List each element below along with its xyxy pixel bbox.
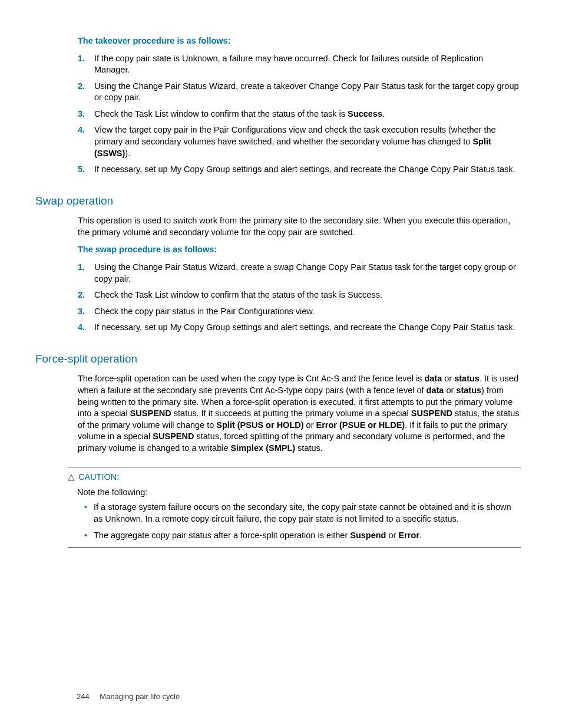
caution-bullets: If a storage system failure occurs on th… bbox=[77, 502, 521, 541]
caution-note: Note the following: bbox=[77, 487, 521, 499]
text: status. If it succeeds at putting the pr… bbox=[171, 409, 411, 418]
bold-text: SUSPEND bbox=[153, 431, 194, 441]
text: ). bbox=[125, 149, 130, 158]
bold-text: Suspend bbox=[350, 531, 386, 540]
list-item: If necessary, set up My Copy Group setti… bbox=[94, 164, 521, 176]
text: . bbox=[419, 531, 422, 540]
list-item: If a storage system failure occurs on th… bbox=[94, 502, 521, 525]
page-number: 244 bbox=[77, 692, 90, 701]
divider bbox=[68, 547, 521, 548]
swap-subheading: The swap procedure is as follows: bbox=[78, 244, 521, 256]
text: The aggregate copy pair status after a f… bbox=[94, 531, 350, 540]
takeover-subheading: The takeover procedure is as follows: bbox=[78, 35, 521, 47]
text: or bbox=[444, 386, 456, 395]
footer-title: Managing pair life cycle bbox=[100, 692, 180, 701]
bold-text: Error bbox=[398, 531, 419, 540]
swap-description: This operation is used to switch work fr… bbox=[78, 215, 521, 238]
bold-text: Success bbox=[348, 109, 382, 118]
list-item: Check the Task List window to confirm th… bbox=[94, 289, 521, 301]
bold-text: Split (PSUS or HOLD) bbox=[216, 420, 303, 430]
bold-text: data bbox=[424, 374, 442, 383]
text: Check the Task List window to confirm th… bbox=[94, 109, 348, 118]
text: . bbox=[382, 109, 385, 118]
list-item: View the target copy pair in the Pair Co… bbox=[94, 124, 521, 159]
text: View the target copy pair in the Pair Co… bbox=[94, 125, 496, 146]
list-item: The aggregate copy pair status after a f… bbox=[94, 530, 521, 542]
list-item: Using the Change Pair Status Wizard, cre… bbox=[94, 262, 521, 285]
text: The force-split operation can be used wh… bbox=[78, 374, 424, 383]
force-split-heading: Force-split operation bbox=[35, 351, 527, 367]
bold-text: SUSPEND bbox=[411, 409, 452, 418]
page-footer: 244 Managing pair life cycle bbox=[77, 691, 180, 702]
force-split-paragraph: The force-split operation can be used wh… bbox=[78, 373, 521, 454]
caution-label: CAUTION: bbox=[78, 472, 119, 482]
bold-text: Simplex (SMPL) bbox=[231, 443, 296, 453]
list-item: Check the copy pair status in the Pair C… bbox=[94, 306, 521, 318]
swap-heading: Swap operation bbox=[35, 193, 527, 209]
divider bbox=[68, 467, 521, 467]
document-page: The takeover procedure is as follows: If… bbox=[0, 0, 562, 728]
list-item: If the copy pair state is Unknown, a fai… bbox=[94, 53, 521, 76]
text: or bbox=[442, 374, 454, 383]
list-item: If necessary, set up My Copy Group setti… bbox=[94, 322, 521, 334]
caution-icon: △ bbox=[68, 472, 75, 482]
text: or bbox=[304, 420, 316, 430]
bold-text: data bbox=[427, 386, 444, 395]
bold-text: SUSPEND bbox=[130, 409, 171, 418]
bold-text: status bbox=[454, 374, 480, 383]
caution-box: △CAUTION: Note the following: If a stora… bbox=[68, 467, 521, 548]
text: or bbox=[386, 531, 398, 540]
list-item: Using the Change Pair Status Wizard, cre… bbox=[94, 81, 521, 104]
caution-header: △CAUTION: bbox=[68, 471, 521, 483]
bold-text: Error (PSUE or HLDE) bbox=[316, 420, 405, 430]
takeover-steps: If the copy pair state is Unknown, a fai… bbox=[78, 53, 527, 176]
text: status. bbox=[295, 443, 323, 453]
bold-text: status bbox=[456, 386, 481, 395]
swap-steps: Using the Change Pair Status Wizard, cre… bbox=[78, 262, 527, 334]
list-item: Check the Task List window to confirm th… bbox=[94, 108, 521, 120]
